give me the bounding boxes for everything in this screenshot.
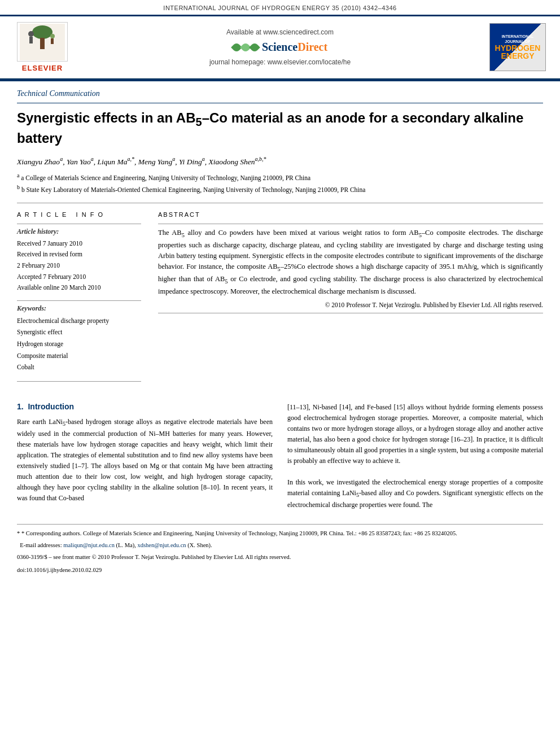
- intro-title: 1. Introduction: [17, 402, 273, 411]
- email-liqiun[interactable]: maliqun@njut.edu.cn: [63, 542, 115, 548]
- affiliation-b: b State Key Laboratory of Materials-Orie…: [21, 186, 366, 193]
- abstract-col: ABSTRACT The AB5 alloy and Co powders ha…: [158, 211, 543, 385]
- sd-leaves-icon: [233, 43, 259, 51]
- journal-header: INTERNATIONAL JOURNAL OF HYDROGEN ENERGY…: [0, 0, 560, 15]
- keyword-4: Composite material: [17, 350, 141, 362]
- footnote-issn: 0360-3199/$ – see front matter © 2010 Pr…: [17, 553, 543, 562]
- keywords-list: Electrochemical discharge property Syner…: [17, 315, 141, 373]
- abstract-rule: [158, 224, 543, 224]
- article-info-col: A R T I C L E I N F O Article history: R…: [17, 211, 141, 385]
- svg-rect-2: [40, 38, 45, 49]
- sd-leaf-3: [249, 42, 260, 53]
- abstract-header: ABSTRACT: [158, 211, 543, 218]
- footnote-email: E-mail addresses: maliqun@njut.edu.cn (L…: [17, 541, 543, 551]
- kw-rule: [17, 300, 141, 301]
- email-label: E-mail addresses:: [20, 542, 63, 548]
- footnote-doi: doi:10.1016/j.ijhydene.2010.02.029: [17, 566, 543, 575]
- journal-header-text: INTERNATIONAL JOURNAL OF HYDROGEN ENERGY…: [163, 5, 396, 11]
- article-info-received: Received 7 January 2010 Received in revi…: [17, 238, 141, 294]
- elsevier-tree-icon: [20, 24, 65, 60]
- keyword-2: Synergistic effect: [17, 326, 141, 338]
- body-right: [11–13], Ni-based [14], and Fe-based [15…: [287, 402, 543, 510]
- intro-body-right: [11–13], Ni-based [14], and Fe-based [15…: [287, 402, 543, 510]
- keyword-1: Electrochemical discharge property: [17, 315, 141, 327]
- sciencedirect-logo: ScienceDirect: [85, 41, 475, 54]
- copyright-text: © 2010 Professor T. Nejat Veziroglu. Pub…: [158, 302, 543, 308]
- revised-label: Received in revised form: [17, 251, 82, 257]
- abstract-text: The AB5 alloy and Co powders have been m…: [158, 228, 543, 297]
- available-online: Available online 20 March 2010: [17, 284, 101, 291]
- body-content: 1. Introduction Rare earth LaNi5-based h…: [17, 402, 543, 510]
- elsevier-logo: ELSEVIER: [11, 22, 73, 72]
- right-logo: International Journal of HYDROGENENERGY: [487, 23, 549, 71]
- info-rule: [17, 224, 141, 224]
- two-col-section: A R T I C L E I N F O Article history: R…: [17, 211, 543, 385]
- accepted-date: Accepted 7 February 2010: [17, 273, 86, 280]
- article-info-header: A R T I C L E I N F O: [17, 211, 141, 218]
- top-banner: ELSEVIER Available at www.sciencedirect.…: [0, 15, 560, 78]
- corresponding-text: * Corresponding authors. College of Mate…: [21, 530, 457, 536]
- he-journal-title: HYDROGENENERGY: [495, 44, 541, 60]
- section-heading: Introduction: [28, 402, 74, 411]
- elsevier-logo-box: [17, 22, 68, 62]
- email-xdshen[interactable]: xdshen@njut.edu.cn: [138, 542, 186, 548]
- authors: Xiangyu Zhaoa, Yan Yaoa, Liqun Maa,*, Me…: [17, 155, 543, 168]
- keyword-5: Cobalt: [17, 361, 141, 373]
- svg-rect-6: [51, 38, 54, 44]
- article-title: Synergistic effects in an AB5–Co materia…: [17, 109, 543, 147]
- body-left: 1. Introduction Rare earth LaNi5-based h…: [17, 402, 273, 510]
- section-number: 1.: [17, 402, 24, 411]
- revised-date: 2 February 2010: [17, 262, 60, 269]
- footnote-area: * * Corresponding authors. College of Ma…: [17, 524, 543, 575]
- received-date: Received 7 January 2010: [17, 240, 82, 247]
- journal-homepage: journal homepage: www.elsevier.com/locat…: [85, 58, 475, 66]
- intro-body-left: Rare earth LaNi5-based hydrogen storage …: [17, 417, 273, 504]
- article-history-label: Article history:: [17, 228, 141, 236]
- he-journal-label: International Journal of: [492, 34, 543, 44]
- article-type-label: Technical Communication: [17, 81, 543, 103]
- footnote-corresponding: * * Corresponding authors. College of Ma…: [17, 529, 543, 539]
- affiliations: a a College of Materials Science and Eng…: [17, 171, 543, 195]
- svg-point-3: [28, 31, 34, 37]
- available-text: Available at www.sciencedirect.com: [85, 28, 475, 36]
- kw-bottom-rule: [17, 381, 141, 382]
- center-header: Available at www.sciencedirect.com Scien…: [85, 28, 475, 66]
- elsevier-name: ELSEVIER: [22, 64, 63, 72]
- sciencedirect-text: ScienceDirect: [262, 41, 327, 54]
- svg-rect-4: [29, 37, 33, 43]
- keyword-3: Hydrogen storage: [17, 338, 141, 350]
- abstract-bottom-rule: [158, 313, 543, 313]
- svg-point-1: [32, 25, 53, 39]
- svg-point-5: [50, 34, 55, 38]
- affiliation-a: a College of Materials Science and Engin…: [21, 174, 310, 181]
- hydrogen-energy-box: International Journal of HYDROGENENERGY: [489, 23, 546, 71]
- content-area: Technical Communication Synergistic effe…: [0, 81, 560, 592]
- keywords-label: Keywords:: [17, 304, 141, 313]
- rule-divider: [17, 203, 543, 203]
